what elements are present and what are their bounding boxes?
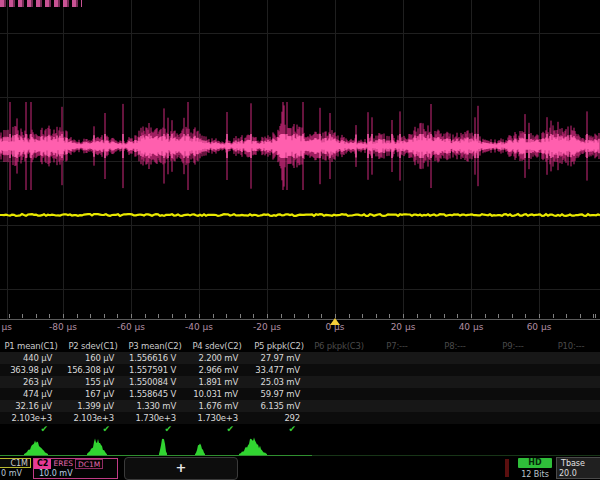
param-value <box>426 388 484 400</box>
param-value: 32.16 µV <box>0 400 62 412</box>
axis-label: -20 µs <box>253 322 281 332</box>
c1-trace[interactable] <box>0 214 600 216</box>
param-value: 1.558645 V <box>124 388 186 400</box>
param-value <box>368 376 426 388</box>
param-value <box>368 352 426 364</box>
param-value: 156.308 µV <box>62 364 124 376</box>
param-value: 1.891 mV <box>186 376 248 388</box>
param-header[interactable]: P6 pkpk(C3) <box>310 341 368 352</box>
axis-label: -60 µs <box>117 322 145 332</box>
param-header[interactable]: P2 sdev(C1) <box>62 341 124 352</box>
descriptor-bar: C1M 0 mV C2 ERES DC1M 10.0 mV + HD 12 Bi… <box>0 457 600 480</box>
param-value <box>310 352 368 364</box>
param-status <box>542 424 600 434</box>
add-trace-button[interactable]: + <box>124 457 238 480</box>
param-value: 25.03 mV <box>248 376 310 388</box>
c1-scale: 0 mV <box>0 469 22 478</box>
graticule[interactable] <box>0 0 600 320</box>
param-value <box>542 352 600 364</box>
param-value <box>542 388 600 400</box>
hd-badge[interactable]: HD <box>518 458 552 468</box>
param-value <box>310 412 368 424</box>
param-value <box>542 400 600 412</box>
param-value: 6.135 mV <box>248 400 310 412</box>
param-value: 27.97 mV <box>248 352 310 364</box>
param-value <box>426 352 484 364</box>
param-value: 160 µV <box>62 352 124 364</box>
param-header[interactable]: P4 sdev(C2) <box>186 341 248 352</box>
oscilloscope-screen: -100 µs-80 µs-60 µs-40 µs-20 µs0 µs20 µs… <box>0 0 600 480</box>
histicon-p4[interactable] <box>195 444 205 455</box>
param-value: 2.966 mV <box>186 364 248 376</box>
axis-label: -80 µs <box>49 322 77 332</box>
axis-label: 40 µs <box>459 322 484 332</box>
c2-descriptor[interactable]: C2 ERES DC1M 10.0 mV <box>33 458 118 479</box>
param-value <box>368 400 426 412</box>
param-value: 167 µV <box>62 388 124 400</box>
param-value: 1.556616 V <box>124 352 186 364</box>
timebase-box[interactable]: Tbase 20.0 <box>556 457 600 479</box>
param-value: 1.730e+3 <box>186 412 248 424</box>
param-value: 1.330 mV <box>124 400 186 412</box>
param-value <box>484 352 542 364</box>
param-value <box>368 388 426 400</box>
histicon-strip <box>0 434 600 457</box>
param-value <box>542 376 600 388</box>
param-status <box>426 424 484 434</box>
measure-table: P1 mean(C1)P2 sdev(C1)P3 mean(C2)P4 sdev… <box>0 341 600 434</box>
param-value <box>484 376 542 388</box>
c1-descriptor[interactable]: C1M <box>0 458 31 468</box>
timebase-value: 20.0 <box>557 468 600 478</box>
plus-icon: + <box>176 460 187 475</box>
c2-coupling: DC1M <box>75 459 103 469</box>
param-value <box>484 400 542 412</box>
timebase-label: Tbase <box>557 458 600 468</box>
param-value: 440 µV <box>0 352 62 364</box>
trigger-position-marker[interactable] <box>330 318 340 325</box>
param-value <box>484 412 542 424</box>
histicon-p5[interactable] <box>239 438 267 456</box>
param-value <box>542 412 600 424</box>
param-status <box>484 424 542 434</box>
param-status <box>368 424 426 434</box>
axis-label: -100 µs <box>0 322 12 332</box>
param-header[interactable]: P3 mean(C2) <box>124 341 186 352</box>
param-header[interactable]: P8:--- <box>426 341 484 352</box>
param-status: ✔ <box>124 424 186 434</box>
param-header[interactable]: P7:--- <box>368 341 426 352</box>
axis-minor-ticks <box>0 314 600 318</box>
param-value: 1.676 mV <box>186 400 248 412</box>
param-value: 33.477 mV <box>248 364 310 376</box>
param-value: 1.550084 V <box>124 376 186 388</box>
param-value: 155 µV <box>62 376 124 388</box>
param-status: ✔ <box>248 424 310 434</box>
waveform-layer <box>0 0 600 319</box>
param-header[interactable]: P5 pkpk(C2) <box>248 341 310 352</box>
param-value <box>310 364 368 376</box>
param-value: 363.98 µV <box>0 364 62 376</box>
param-value: 292 <box>248 412 310 424</box>
param-value: 1.399 µV <box>62 400 124 412</box>
histicon-p3[interactable] <box>159 439 167 455</box>
param-status: ✔ <box>62 424 124 434</box>
param-value <box>368 412 426 424</box>
param-header[interactable]: P9:--- <box>484 341 542 352</box>
param-header[interactable]: P1 mean(C1) <box>0 341 62 352</box>
histicon-p1[interactable] <box>24 440 48 455</box>
axis-label: 20 µs <box>391 322 416 332</box>
c2-label: C2 <box>34 459 51 469</box>
hd-bits-label: 12 Bits <box>512 470 558 479</box>
param-value <box>426 364 484 376</box>
param-value <box>310 388 368 400</box>
param-value: 2.103e+3 <box>62 412 124 424</box>
param-value <box>426 376 484 388</box>
param-header[interactable]: P10:--- <box>542 341 600 352</box>
cropped-descriptor-fragment <box>505 459 509 477</box>
param-value <box>542 364 600 376</box>
cropped-text-fragment <box>0 0 82 7</box>
param-value: 263 µV <box>0 376 62 388</box>
c2-mode: ERES <box>51 459 74 469</box>
histicon-p2[interactable] <box>87 439 107 455</box>
param-value <box>368 364 426 376</box>
param-value <box>310 400 368 412</box>
